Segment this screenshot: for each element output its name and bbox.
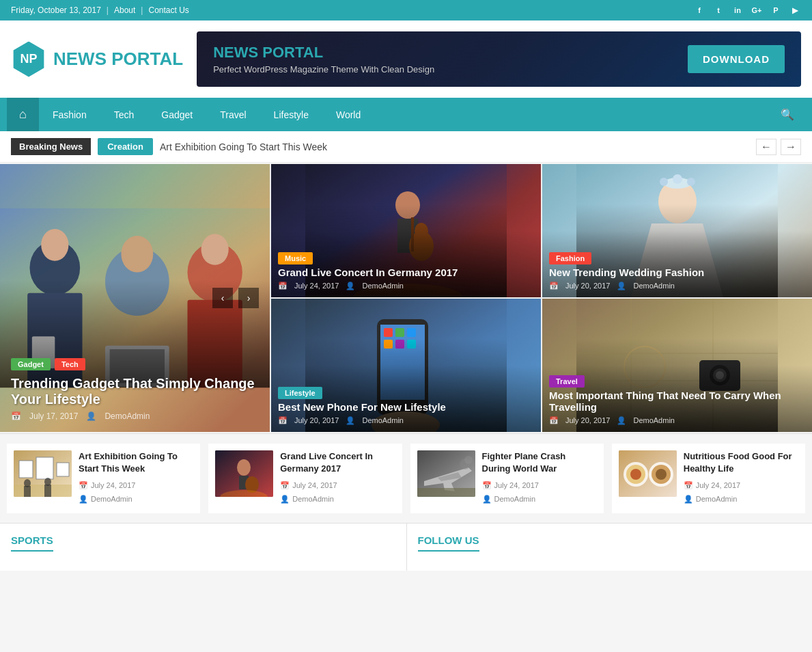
card-phone-date: July 20, 2017: [294, 416, 339, 425]
cal-icon4: 📅: [549, 416, 559, 425]
thumb-card-concert[interactable]: Grand Live Concert In Germany 2017 📅 Jul…: [208, 444, 402, 513]
search-icon[interactable]: 🔍: [770, 98, 805, 131]
card-concert-author: DemoAdmin: [362, 282, 404, 290]
googleplus-icon[interactable]: G+: [751, 4, 763, 16]
twitter-icon[interactable]: t: [712, 4, 725, 16]
card-bride-author: DemoAdmin: [633, 282, 675, 290]
svg-rect-36: [407, 340, 416, 349]
svg-point-24: [660, 178, 668, 186]
aut-th2: 👤: [280, 493, 290, 506]
svg-rect-52: [36, 457, 53, 479]
card-phone-author: DemoAdmin: [362, 416, 404, 425]
card-concert-title: Grand Live Concert In Germany 2017: [278, 267, 534, 278]
thumb-card-plane[interactable]: Fighter Plane Crash During World War 📅 J…: [410, 444, 604, 513]
card-travel-tag: Travel: [549, 375, 585, 388]
nav-item-gadget[interactable]: Gadget: [148, 100, 206, 130]
breaking-news-bar: Breaking News Creation Art Exhibition Go…: [0, 131, 812, 163]
card-travel-author: DemoAdmin: [633, 416, 675, 425]
aut-icon3: 👤: [346, 416, 355, 425]
svg-point-14: [395, 191, 420, 219]
contact-link[interactable]: Contact Us: [148, 5, 188, 15]
featured-tag-gadget: Gadget: [11, 358, 51, 370]
thumb-card-art[interactable]: Art Exhibition Going To Start This Week …: [7, 444, 200, 513]
pinterest-icon[interactable]: P: [770, 4, 782, 16]
svg-rect-51: [19, 461, 33, 478]
thumb-img-plane: [417, 450, 475, 497]
logo-initials: NP: [20, 52, 37, 66]
card-phone[interactable]: Lifestyle Best New Phone For New Lifesty…: [271, 299, 541, 432]
thumb-title-art: Art Exhibition Going To Start This Week: [79, 450, 193, 475]
breaking-prev-arrow[interactable]: ←: [756, 139, 776, 155]
thumb-content-art: Art Exhibition Going To Start This Week …: [79, 450, 193, 506]
nav-item-lifestyle[interactable]: Lifestyle: [260, 100, 322, 130]
card-travel-meta: 📅 July 20, 2017 👤 DemoAdmin: [549, 416, 805, 425]
logo-hex: NP: [11, 42, 46, 77]
top-bar-left: Friday, October 13, 2017 | About | Conta…: [11, 5, 189, 15]
aut-th3: 👤: [482, 493, 492, 506]
featured-title: Trending Gadget That Simply Change Your …: [11, 376, 259, 407]
cal-th2: 📅: [280, 479, 290, 493]
thumb-title-concert: Grand Live Concert In Germany 2017: [280, 450, 395, 475]
banner-left: NEWS PORTAL Perfect WordPress Magazine T…: [213, 44, 434, 74]
cal-th1: 📅: [79, 479, 88, 493]
logo-plain: NEWS: [53, 49, 111, 69]
top-bar: Friday, October 13, 2017 | About | Conta…: [0, 0, 812, 21]
main-nav: ⌂ Fashion Tech Gadget Travel Lifestyle W…: [0, 98, 812, 131]
aut-icon2: 👤: [617, 282, 626, 290]
calendar-icon: 📅: [11, 411, 21, 421]
youtube-icon[interactable]: ▶: [789, 4, 801, 16]
slider-next-button[interactable]: ›: [238, 288, 259, 308]
aut-icon: 👤: [346, 282, 355, 290]
logo-area: NP NEWS PORTAL: [11, 42, 183, 77]
slider-prev-button[interactable]: ‹: [212, 288, 233, 308]
featured-meta: 📅 July 17, 2017 👤 DemoAdmin: [11, 411, 259, 421]
nav-item-fashion[interactable]: Fashion: [39, 100, 100, 130]
breaking-next-arrow[interactable]: →: [781, 139, 801, 155]
date-text: Friday, October 13, 2017: [11, 5, 101, 15]
cal-th4: 📅: [684, 479, 693, 493]
svg-rect-33: [407, 328, 416, 337]
svg-point-26: [687, 178, 695, 186]
aut-th1: 👤: [79, 493, 88, 506]
svg-rect-53: [57, 463, 69, 476]
header: NP NEWS PORTAL NEWS PORTAL Perfect WordP…: [0, 21, 812, 98]
card-concert-meta: 📅 July 24, 2017 👤 DemoAdmin: [278, 282, 534, 290]
card-bride-tag: Fashion: [549, 252, 591, 264]
banner-title-plain: NEWS: [213, 44, 262, 61]
breaking-text: Art Exhibition Going To Start This Week: [160, 141, 749, 152]
thumb-title-plane: Fighter Plane Crash During World War: [482, 450, 597, 475]
author-icon: 👤: [86, 411, 96, 421]
nav-home[interactable]: ⌂: [7, 98, 39, 131]
featured-card[interactable]: ‹ › Gadget Tech Trending Gadget That Sim…: [0, 164, 270, 432]
card-travel[interactable]: Travel Most Important Thing That Need To…: [542, 299, 812, 432]
about-link[interactable]: About: [114, 5, 135, 15]
thumb-meta-food: 📅 July 24, 2017 👤 DemoAdmin: [684, 479, 798, 506]
thumb-card-food[interactable]: Nutritious Food Good For Healthy Life 📅 …: [612, 444, 805, 513]
featured-author: DemoAdmin: [104, 411, 150, 421]
social-icons: f t in G+ P ▶: [693, 4, 801, 16]
card-concert-tag: Music: [278, 252, 313, 264]
card-phone-tag: Lifestyle: [278, 387, 322, 399]
svg-rect-34: [384, 340, 393, 349]
nav-item-travel[interactable]: Travel: [206, 100, 260, 130]
thumb-content-plane: Fighter Plane Crash During World War 📅 J…: [482, 450, 597, 506]
card-concert[interactable]: Music Grand Live Concert In Germany 2017…: [271, 164, 541, 297]
nav-item-world[interactable]: World: [322, 100, 374, 130]
featured-tag-tech: Tech: [55, 358, 85, 370]
separator-1: |: [107, 5, 109, 15]
card-concert-date: July 24, 2017: [294, 282, 339, 290]
nav-item-tech[interactable]: Tech: [100, 100, 148, 130]
card-travel-title: Most Important Thing That Need To Carry …: [549, 390, 805, 413]
download-button[interactable]: DOWNLOAD: [688, 45, 785, 73]
card-bride-meta: 📅 July 20, 2017 👤 DemoAdmin: [549, 282, 805, 290]
logo-accent: PORTAL: [111, 49, 183, 69]
thumb-content-food: Nutritious Food Good For Healthy Life 📅 …: [684, 450, 798, 506]
card-bride-title: New Trending Wedding Fashion: [549, 267, 805, 278]
svg-rect-35: [395, 340, 404, 349]
linkedin-icon[interactable]: in: [731, 4, 744, 16]
thumb-img-art: [14, 450, 72, 497]
card-bride[interactable]: Fashion New Trending Wedding Fashion 📅 J…: [542, 164, 812, 297]
cal-icon2: 📅: [549, 282, 559, 290]
thumb-img-food: [619, 450, 677, 497]
facebook-icon[interactable]: f: [693, 4, 705, 16]
